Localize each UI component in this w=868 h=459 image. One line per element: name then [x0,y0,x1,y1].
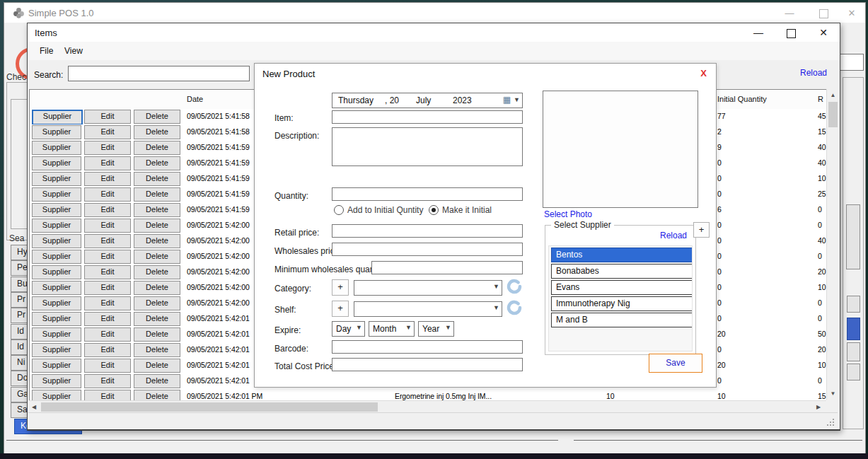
total-cost-price-input[interactable] [332,358,523,371]
make-it-initial-radio[interactable] [429,205,439,215]
calendar-icon[interactable]: ▦ [503,95,511,105]
supplier-button[interactable]: Supplier [32,219,81,233]
edit-button[interactable]: Edit [84,343,131,357]
refresh-category-icon[interactable] [505,277,523,296]
items-menu-view[interactable]: View [64,46,83,56]
date-picker[interactable]: Thursday , 20 July 2023 ▦ ▼ [332,93,523,108]
supplier-button[interactable]: Supplier [32,390,81,401]
supplier-button[interactable]: Supplier [32,296,81,310]
delete-button[interactable]: Delete [134,296,180,310]
shelf-select[interactable]: ▼ [354,301,502,317]
delete-button[interactable]: Delete [134,312,180,326]
supplier-button[interactable]: Supplier [32,203,81,217]
supplier-button[interactable]: Supplier [32,374,81,388]
delete-button[interactable]: Delete [134,390,180,401]
expire-month-select[interactable]: Month▼ [369,321,415,337]
edit-button[interactable]: Edit [84,219,131,233]
supplier-button[interactable]: Supplier [32,343,81,357]
delete-button[interactable]: Delete [134,265,180,279]
vertical-scroll-thumb[interactable] [828,102,838,127]
delete-button[interactable]: Delete [134,234,180,248]
main-maximize-button[interactable] [819,9,828,18]
scroll-left-icon[interactable]: ◀ [32,404,36,410]
delete-button[interactable]: Delete [134,110,180,124]
delete-button[interactable]: Delete [134,250,180,264]
supplier-list-item[interactable]: Bentos [551,248,693,262]
edit-button[interactable]: Edit [84,141,131,155]
main-close-button[interactable]: ✕ [841,7,862,20]
supplier-list-item[interactable]: Evans [551,280,693,295]
delete-button[interactable]: Delete [134,187,180,202]
edit-button[interactable]: Edit [84,234,131,248]
add-supplier-button[interactable]: + [693,222,710,238]
edit-button[interactable]: Edit [84,203,131,217]
edit-button[interactable]: Edit [84,296,131,310]
edit-button[interactable]: Edit [84,312,131,326]
items-menu-file[interactable]: File [40,46,53,56]
item-input[interactable] [332,110,523,124]
supplier-button[interactable]: Supplier [32,265,81,279]
expire-day-select[interactable]: Day▼ [332,321,365,337]
supplier-button[interactable]: Supplier [32,281,81,295]
edit-button[interactable]: Edit [84,265,131,279]
delete-button[interactable]: Delete [134,343,180,357]
expire-year-select[interactable]: Year▼ [418,321,454,337]
items-close-button[interactable]: ✕ [814,26,833,39]
supplier-list-item[interactable]: M and B [551,313,693,327]
min-wholesales-qty-input[interactable] [371,261,523,274]
supplier-list-item[interactable]: Bonababes [551,264,693,279]
supplier-list-item[interactable]: Immunotherapy Nig [551,296,693,311]
edit-button[interactable]: Edit [84,125,131,139]
edit-button[interactable]: Edit [84,327,131,342]
supplier-button[interactable]: Supplier [32,250,81,264]
edit-button[interactable]: Edit [84,172,131,186]
delete-button[interactable]: Delete [134,172,180,186]
supplier-button[interactable]: Supplier [32,234,81,248]
main-minimize-button[interactable]: — [779,7,800,20]
select-photo-link[interactable]: Select Photo [544,209,592,219]
scroll-down-icon[interactable]: ▼ [827,390,839,397]
calendar-dropdown-icon[interactable]: ▼ [514,96,520,103]
resize-grip-icon[interactable] [826,418,835,426]
supplier-button[interactable]: Supplier [32,141,81,155]
delete-button[interactable]: Delete [134,156,180,170]
delete-button[interactable]: Delete [134,219,180,233]
edit-button[interactable]: Edit [84,250,131,264]
delete-button[interactable]: Delete [134,281,180,295]
supplier-button[interactable]: Supplier [32,327,81,342]
edit-button[interactable]: Edit [84,187,131,202]
edit-button[interactable]: Edit [84,374,131,388]
vertical-scrollbar[interactable]: ▲ ▼ [826,89,839,400]
supplier-button[interactable]: Supplier [32,172,81,186]
add-shelf-button[interactable]: + [332,301,349,317]
barcode-input[interactable] [332,340,523,354]
delete-button[interactable]: Delete [134,203,180,217]
items-minimize-button[interactable]: — [749,26,768,39]
supplier-button[interactable]: Supplier [32,187,81,202]
supplier-reload-link[interactable]: Reload [660,231,687,240]
horizontal-scrollbar[interactable]: ◀ ▶ [29,400,826,413]
edit-button[interactable]: Edit [84,359,131,373]
edit-button[interactable]: Edit [84,390,131,401]
edit-button[interactable]: Edit [84,156,131,170]
quantity-input[interactable] [332,187,523,201]
description-input[interactable] [332,127,523,166]
panel-close-button[interactable]: X [700,68,707,79]
delete-button[interactable]: Delete [134,125,180,139]
items-reload-link[interactable]: Reload [800,68,840,78]
category-select[interactable]: ▼ [354,280,502,296]
retail-price-input[interactable] [332,224,523,238]
scroll-right-icon[interactable]: ▶ [816,404,821,410]
delete-button[interactable]: Delete [134,359,180,373]
search-input[interactable] [68,66,250,81]
add-category-button[interactable]: + [332,279,349,296]
delete-button[interactable]: Delete [134,327,180,342]
edit-button[interactable]: Edit [84,281,131,295]
supplier-button[interactable]: Supplier [32,312,81,326]
refresh-shelf-icon[interactable] [505,298,523,317]
add-to-initial-radio[interactable] [334,205,344,215]
supplier-button[interactable]: Supplier [32,125,81,139]
items-maximize-button[interactable] [787,29,796,38]
supplier-button[interactable]: Supplier [32,110,83,125]
horizontal-scroll-thumb[interactable] [41,402,378,412]
